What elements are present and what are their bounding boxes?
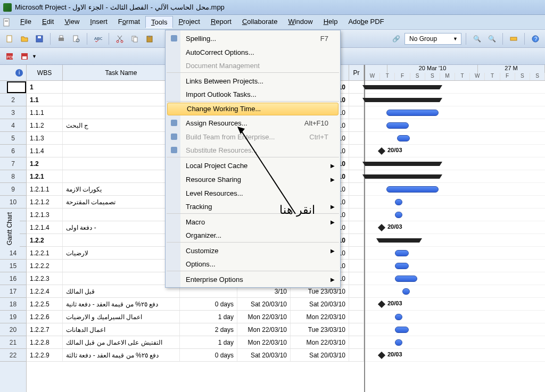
menu-report[interactable]: Report — [205, 16, 237, 28]
cell-wbs[interactable]: 1.2.1.4 — [27, 221, 63, 233]
menu-insert[interactable]: Insert — [85, 16, 113, 28]
cell-start[interactable]: Mon 22/03/10 — [237, 323, 291, 336]
gantt-task-bar[interactable] — [395, 263, 409, 269]
cell-dur[interactable]: 1 day — [180, 311, 237, 323]
gantt-milestone-icon[interactable] — [378, 301, 385, 308]
cell-wbs[interactable]: 1.2.1.1 — [27, 183, 63, 195]
cell-name[interactable]: اعمال الدهانات — [63, 323, 180, 336]
row-number[interactable]: 17 — [0, 285, 26, 298]
cell-finish[interactable]: Sat 20/03/10 — [291, 349, 349, 361]
gantt-milestone-icon[interactable] — [378, 224, 385, 231]
cell-pr[interactable] — [349, 81, 364, 93]
zoom-out-icon[interactable]: 🔍 — [485, 32, 498, 45]
new-icon[interactable] — [3, 32, 16, 45]
cell-pr[interactable] — [349, 145, 364, 157]
gantt-summary-bar[interactable] — [365, 174, 440, 179]
cell-wbs[interactable]: 1.2 — [27, 157, 63, 170]
menu-edit[interactable]: Edit — [37, 16, 59, 28]
cell-wbs[interactable]: 1.1 — [27, 94, 63, 106]
cell-pr[interactable] — [349, 247, 364, 259]
cell-name[interactable] — [63, 234, 180, 246]
cell-pr[interactable] — [349, 170, 364, 182]
zoom-in-icon[interactable]: 🔍 — [470, 32, 483, 45]
print-icon[interactable] — [55, 32, 68, 45]
menu-help[interactable]: Help — [318, 16, 343, 28]
row-number[interactable]: 16 — [0, 272, 26, 285]
open-icon[interactable] — [18, 32, 31, 45]
cell-name[interactable]: لارضيات — [63, 247, 180, 259]
col-wbs[interactable]: WBS — [27, 65, 63, 80]
cell-name[interactable] — [63, 272, 180, 285]
cell-dur[interactable]: 2 days — [180, 323, 237, 336]
menu-item-change-working-time[interactable]: Change Working Time... — [167, 103, 338, 115]
task-row[interactable]: 1.2.2.9دفع ٢٥% من قيمة العقد - دفعة ثالث… — [27, 349, 364, 362]
cell-wbs[interactable]: 1.2.2 — [27, 234, 63, 246]
cell-name[interactable]: - دفعة اولى — [63, 221, 180, 233]
cell-wbs[interactable]: 1.2.2.1 — [27, 247, 63, 259]
menu-item-spelling[interactable]: Spelling...F7 — [167, 31, 339, 45]
goto-task-icon[interactable] — [507, 32, 520, 45]
col-predecessors[interactable]: Pr — [349, 65, 364, 80]
cell-finish[interactable]: Tue 23/03/10 — [291, 323, 349, 336]
cell-wbs[interactable]: 1.2.1.2 — [27, 196, 63, 208]
cell-wbs[interactable]: 1.2.2.3 — [27, 272, 63, 285]
cell-pr[interactable] — [349, 106, 364, 119]
cell-name[interactable] — [63, 260, 180, 272]
cell-pr[interactable] — [349, 336, 364, 348]
cell-start[interactable]: Sat 20/03/10 — [237, 349, 291, 361]
cell-dur[interactable]: 0 days — [180, 349, 237, 361]
cell-wbs[interactable]: 1.2.2.4 — [27, 285, 63, 297]
gantt-task-bar[interactable] — [386, 186, 439, 193]
cell-wbs[interactable]: 1.2.2.8 — [27, 336, 63, 348]
menu-view[interactable]: View — [59, 16, 85, 28]
cell-name[interactable] — [63, 157, 180, 170]
row-number[interactable]: 20 — [0, 323, 26, 336]
cell-wbs[interactable]: 1.1.4 — [27, 145, 63, 157]
gantt-summary-bar[interactable] — [365, 98, 440, 102]
gantt-task-bar[interactable] — [395, 199, 402, 205]
menu-item-options[interactable]: Options... — [167, 257, 339, 271]
row-number[interactable]: 6 — [0, 145, 26, 157]
cell-pr[interactable] — [349, 234, 364, 246]
cell-pr[interactable] — [349, 298, 364, 310]
row-number[interactable]: 15 — [0, 260, 26, 272]
row-number[interactable]: 7 — [0, 157, 26, 170]
cell-pr[interactable] — [349, 157, 364, 170]
cell-wbs[interactable]: 1.2.1 — [27, 170, 63, 182]
cell-start[interactable]: Sat 20/03/10 — [237, 298, 291, 310]
cell-wbs[interactable]: 1.2.2.9 — [27, 349, 63, 361]
cell-name[interactable]: ج البحث — [63, 119, 180, 131]
cut-icon[interactable] — [113, 32, 126, 45]
row-number[interactable]: 19 — [0, 311, 26, 323]
menu-tools[interactable]: Tools — [145, 16, 173, 28]
gantt-summary-bar[interactable] — [365, 85, 440, 89]
row-number[interactable]: 10 — [0, 196, 26, 208]
menu-item-import-outlook-tasks[interactable]: Import Outlook Tasks... — [167, 88, 339, 102]
row-number[interactable]: 4 — [0, 119, 26, 132]
task-row[interactable]: 1.2.2.8التفتيش على الاعمال من قبل المالك… — [27, 336, 364, 349]
cell-pr[interactable] — [349, 221, 364, 233]
menu-project[interactable]: Project — [173, 16, 205, 28]
cell-finish[interactable]: Mon 22/03/10 — [291, 311, 349, 323]
task-row[interactable]: 1.2.2.7اعمال الدهانات2 daysMon 22/03/10T… — [27, 323, 364, 336]
cell-wbs[interactable]: 1.2.2.7 — [27, 323, 63, 336]
cell-pr[interactable] — [349, 349, 364, 361]
menu-item-local-project-cache[interactable]: Local Project Cache▶ — [167, 159, 339, 172]
gantt-task-bar[interactable] — [386, 110, 439, 116]
copy-icon[interactable] — [128, 32, 141, 45]
gantt-summary-bar[interactable] — [379, 238, 419, 243]
cell-name[interactable] — [63, 145, 180, 157]
cell-name[interactable] — [63, 208, 180, 221]
menu-file[interactable]: File — [15, 16, 37, 28]
cell-start[interactable]: Mon 22/03/10 — [237, 336, 291, 348]
row-number[interactable]: 14 — [0, 247, 26, 260]
cell-name[interactable]: دفع ٢٥% من قيمة العقد - دفعة ثانية — [63, 298, 180, 310]
row-number[interactable]: 8 — [0, 170, 26, 183]
paste-icon[interactable] — [143, 32, 156, 45]
gantt-task-bar[interactable] — [395, 327, 409, 333]
cell-dur[interactable]: 0 days — [180, 298, 237, 310]
cell-wbs[interactable]: 1.2.2.2 — [27, 260, 63, 272]
cell-start[interactable]: Mon 22/03/10 — [237, 311, 291, 323]
gantt-task-bar[interactable] — [402, 288, 410, 295]
cell-wbs[interactable]: 1.1.3 — [27, 132, 63, 144]
